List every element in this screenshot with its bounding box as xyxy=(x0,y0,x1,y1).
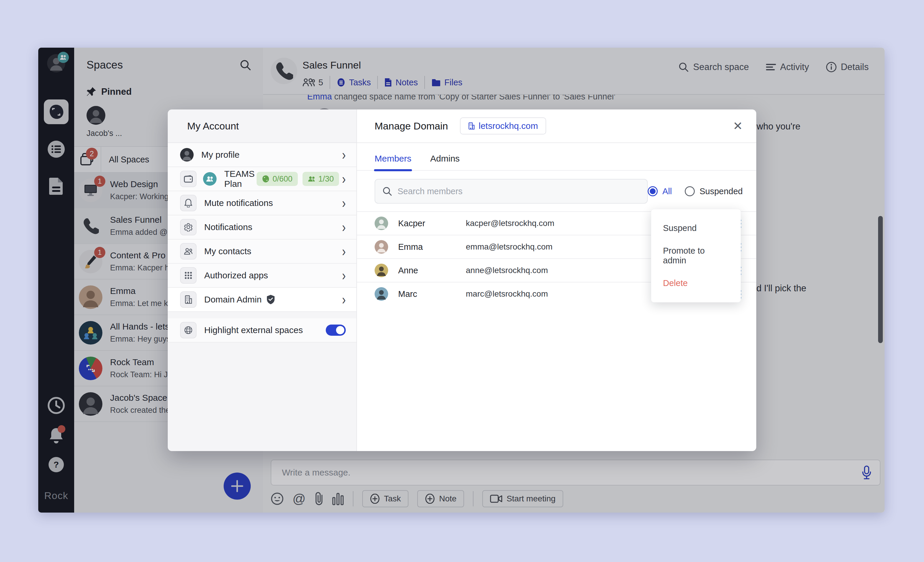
bell-icon xyxy=(180,195,196,211)
member-search-input[interactable] xyxy=(398,187,640,196)
radio-circle xyxy=(648,186,658,196)
search-icon xyxy=(382,186,392,196)
profile-avatar xyxy=(180,148,194,162)
member-context-menu: Suspend Promote to admin Delete xyxy=(651,209,741,303)
chevron-right-icon: › xyxy=(342,292,346,307)
highlight-external-toggle[interactable] xyxy=(326,325,346,336)
domain-name: letsrockhq.com xyxy=(479,121,538,131)
menu-label: Notifications xyxy=(204,222,252,232)
account-domain-modal: My Account My profile › TEAMS Plan 0/600 xyxy=(168,109,756,451)
member-email: emma@letsrockhq.com xyxy=(466,242,553,252)
member-email: kacper@letsrockhq.com xyxy=(466,219,554,228)
chevron-right-icon: › xyxy=(342,171,346,187)
domain-pill[interactable]: letsrockhq.com xyxy=(460,117,546,135)
menu-item-authorized-apps[interactable]: Authorized apps › xyxy=(168,264,356,288)
gear-icon xyxy=(180,219,196,235)
tab-members[interactable]: Members xyxy=(375,154,411,170)
globe-icon xyxy=(180,322,196,339)
wallet-icon xyxy=(180,171,196,187)
filter-suspended-label: Suspended xyxy=(699,187,743,196)
tab-admins[interactable]: Admins xyxy=(430,154,460,170)
chevron-right-icon: › xyxy=(342,219,346,235)
member-name: Kacper xyxy=(398,219,466,228)
member-name: Emma xyxy=(398,242,466,252)
menu-label: Domain Admin xyxy=(204,295,262,304)
plan-messages-value: 0/600 xyxy=(273,174,292,184)
member-avatar xyxy=(375,287,388,301)
filter-suspended-radio[interactable]: Suspended xyxy=(685,186,743,196)
close-icon[interactable]: ✕ xyxy=(733,119,743,133)
menu-item-teams-plan[interactable]: TEAMS Plan 0/600 1/30 › xyxy=(168,167,356,191)
chevron-right-icon: › xyxy=(342,267,346,283)
radio-circle xyxy=(685,186,695,196)
plan-members-value: 1/30 xyxy=(318,174,334,184)
toggle-knob xyxy=(336,326,344,334)
my-account-title: My Account xyxy=(187,120,239,132)
domain-building-icon xyxy=(468,122,475,130)
menu-label: Mute notifications xyxy=(204,198,273,208)
menu-item-my-contacts[interactable]: My contacts › xyxy=(168,240,356,264)
member-email: marc@letsrockhq.com xyxy=(466,289,548,299)
section-gap xyxy=(168,312,356,318)
filter-all-label: All xyxy=(662,187,672,196)
filter-all-radio[interactable]: All xyxy=(648,186,672,196)
menu-label: Highlight external spaces xyxy=(204,325,303,335)
menu-item-highlight-external[interactable]: Highlight external spaces xyxy=(168,318,356,343)
admin-shield-icon xyxy=(266,295,275,304)
menu-label: TEAMS Plan xyxy=(224,169,256,189)
menu-label: My profile xyxy=(201,150,240,160)
plan-messages-badge: 0/600 xyxy=(256,172,298,186)
menu-label: My contacts xyxy=(204,246,251,256)
context-menu-promote[interactable]: Promote to admin xyxy=(651,240,741,272)
plan-members-badge: 1/30 xyxy=(303,172,339,186)
chevron-right-icon: › xyxy=(342,195,346,211)
menu-item-notifications[interactable]: Notifications › xyxy=(168,215,356,240)
member-avatar xyxy=(375,264,388,277)
menu-item-mute-notifications[interactable]: Mute notifications › xyxy=(168,191,356,215)
chevron-right-icon: › xyxy=(342,243,346,259)
member-name: Anne xyxy=(398,266,466,276)
manage-domain-panel: Manage Domain letsrockhq.com ✕ Members A… xyxy=(357,109,756,451)
member-search xyxy=(375,179,648,204)
member-avatar xyxy=(375,240,388,254)
members-badge-icon xyxy=(308,176,315,182)
apps-grid-icon xyxy=(180,267,196,284)
member-name: Marc xyxy=(398,289,466,299)
teams-plan-icon xyxy=(203,172,217,186)
my-account-panel: My Account My profile › TEAMS Plan 0/600 xyxy=(168,109,357,451)
context-menu-delete[interactable]: Delete xyxy=(651,272,741,295)
menu-item-domain-admin[interactable]: Domain Admin › xyxy=(168,288,356,312)
menu-label: Authorized apps xyxy=(204,270,268,280)
menu-item-my-profile[interactable]: My profile › xyxy=(168,143,356,167)
member-email: anne@letsrockhq.com xyxy=(466,266,548,275)
building-icon xyxy=(180,291,196,308)
chevron-right-icon: › xyxy=(342,147,346,163)
member-avatar xyxy=(375,217,388,230)
rock-badge-icon xyxy=(262,175,270,183)
contacts-icon xyxy=(180,243,196,259)
context-menu-suspend[interactable]: Suspend xyxy=(651,217,741,240)
manage-domain-title: Manage Domain xyxy=(375,120,448,132)
